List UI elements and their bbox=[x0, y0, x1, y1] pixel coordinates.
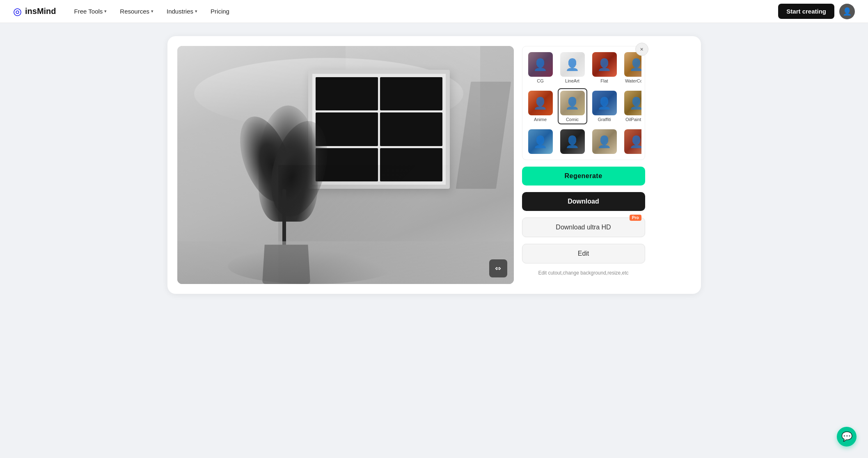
style-item-anime[interactable]: 👤 Anime bbox=[526, 88, 555, 124]
nav-free-tools[interactable]: Free Tools ▾ bbox=[69, 5, 112, 18]
style-thumb-flat: 👤 bbox=[592, 52, 617, 77]
image-preview-wrapper: ⇔ bbox=[177, 46, 514, 284]
style-label-graffiti: Graffiti bbox=[598, 117, 611, 122]
style-item-row2-3[interactable]: 👤 bbox=[590, 127, 619, 156]
style-item-cg[interactable]: 👤 CG bbox=[526, 50, 555, 86]
style-label-lineart: LineArt bbox=[565, 78, 579, 83]
nav-pricing[interactable]: Pricing bbox=[206, 5, 234, 18]
main-content: ⇔ × 👤 CG 👤 LineArt 👤 Flat bbox=[0, 23, 868, 307]
style-label-comic: Comic bbox=[566, 117, 579, 122]
right-panel: × 👤 CG 👤 LineArt 👤 Flat 👤 bbox=[522, 46, 645, 284]
style-thumb-anime: 👤 bbox=[528, 91, 553, 115]
chevron-down-icon: ▾ bbox=[151, 9, 153, 14]
editor-card: ⇔ × 👤 CG 👤 LineArt 👤 Flat bbox=[167, 36, 701, 294]
style-thumb-row2-4: 👤 bbox=[624, 129, 641, 154]
style-thumb-comic: 👤 bbox=[560, 91, 585, 115]
style-item-oilpainting[interactable]: 👤 OilPainting bbox=[622, 88, 641, 124]
regenerate-button[interactable]: Regenerate bbox=[522, 167, 645, 185]
compare-button[interactable]: ⇔ bbox=[489, 259, 507, 277]
style-grid-wrapper: 👤 CG 👤 LineArt 👤 Flat 👤 WaterColor 👤 Ani… bbox=[522, 46, 645, 160]
style-thumb-oilpainting: 👤 bbox=[624, 91, 641, 115]
style-thumb-row2-1: 👤 bbox=[528, 129, 553, 154]
download-hd-button[interactable]: Pro Download ultra HD bbox=[522, 218, 645, 237]
style-thumb-row2-3: 👤 bbox=[592, 129, 617, 154]
logo-icon: ◎ bbox=[13, 6, 22, 17]
close-button[interactable]: × bbox=[635, 43, 648, 56]
download-button[interactable]: Download bbox=[522, 192, 645, 211]
chat-fab-button[interactable]: 💬 bbox=[837, 427, 857, 447]
style-thumb-cg: 👤 bbox=[528, 52, 553, 77]
nav-industries[interactable]: Industries ▾ bbox=[162, 5, 202, 18]
nav-resources[interactable]: Resources ▾ bbox=[115, 5, 158, 18]
style-item-flat[interactable]: 👤 Flat bbox=[590, 50, 619, 86]
pro-badge: Pro bbox=[630, 215, 641, 221]
style-thumb-lineart: 👤 bbox=[560, 52, 585, 77]
style-thumb-row2-2: 👤 bbox=[560, 129, 585, 154]
navbar: ◎ insMind Free Tools ▾ Resources ▾ Indus… bbox=[0, 0, 868, 23]
chat-icon: 💬 bbox=[841, 431, 852, 442]
logo[interactable]: ◎ insMind bbox=[13, 6, 56, 17]
style-item-graffiti[interactable]: 👤 Graffiti bbox=[590, 88, 619, 124]
style-item-row2-2[interactable]: 👤 bbox=[558, 127, 587, 156]
compare-icon: ⇔ bbox=[495, 264, 501, 273]
user-avatar-button[interactable]: 👤 bbox=[839, 4, 855, 19]
style-label-flat: Flat bbox=[600, 78, 608, 83]
style-label-watercolor: WaterColor bbox=[625, 78, 641, 83]
style-item-row2-4[interactable]: 👤 bbox=[622, 127, 641, 156]
style-label-cg: CG bbox=[537, 78, 544, 83]
user-icon: 👤 bbox=[843, 7, 852, 16]
generated-image bbox=[177, 46, 514, 284]
navbar-actions: Start creating 👤 bbox=[778, 4, 855, 19]
style-label-oilpainting: OilPainting bbox=[625, 117, 641, 122]
logo-text: insMind bbox=[25, 7, 56, 16]
style-thumb-graffiti: 👤 bbox=[592, 91, 617, 115]
style-item-row2-1[interactable]: 👤 bbox=[526, 127, 555, 156]
style-thumb-watercolor: 👤 bbox=[624, 52, 641, 77]
edit-button[interactable]: Edit bbox=[522, 244, 645, 263]
style-item-watercolor[interactable]: 👤 WaterColor bbox=[622, 50, 641, 86]
navbar-links: Free Tools ▾ Resources ▾ Industries ▾ Pr… bbox=[69, 5, 779, 18]
edit-hint: Edit cutout,change background,resize,etc bbox=[522, 270, 645, 276]
style-item-lineart[interactable]: 👤 LineArt bbox=[558, 50, 587, 86]
style-label-anime: Anime bbox=[534, 117, 547, 122]
chevron-down-icon: ▾ bbox=[195, 9, 197, 14]
start-creating-button[interactable]: Start creating bbox=[778, 4, 834, 19]
chevron-down-icon: ▾ bbox=[104, 9, 107, 14]
style-grid: 👤 CG 👤 LineArt 👤 Flat 👤 WaterColor 👤 Ani… bbox=[526, 50, 641, 156]
style-item-comic[interactable]: 👤 Comic bbox=[558, 88, 587, 124]
